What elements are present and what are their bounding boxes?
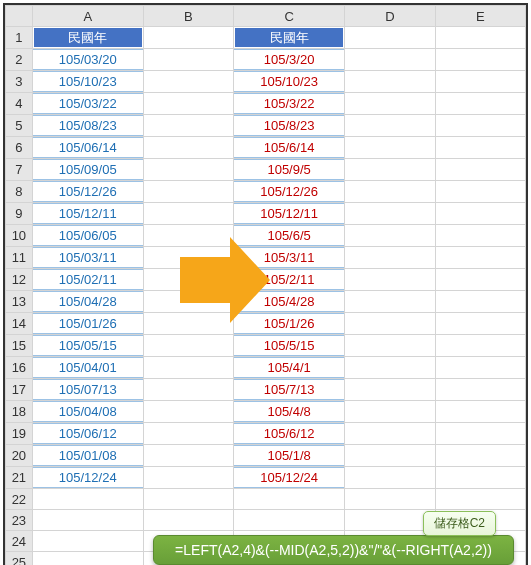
cell-E3[interactable] <box>435 71 525 93</box>
cell-A20[interactable]: 105/01/08 <box>32 445 143 467</box>
cell-E18[interactable] <box>435 401 525 423</box>
cell-D11[interactable] <box>345 247 435 269</box>
cell-B11[interactable] <box>143 247 233 269</box>
col-header-C[interactable]: C <box>234 6 345 27</box>
cell-E5[interactable] <box>435 115 525 137</box>
cell-D19[interactable] <box>345 423 435 445</box>
cell-A25[interactable] <box>32 552 143 566</box>
cell-C6[interactable]: 105/6/14 <box>234 137 345 159</box>
cell-C14[interactable]: 105/1/26 <box>234 313 345 335</box>
row-header[interactable]: 22 <box>6 489 33 510</box>
cell-D13[interactable] <box>345 291 435 313</box>
row-header[interactable]: 11 <box>6 247 33 269</box>
cell-B13[interactable] <box>143 291 233 313</box>
cell-D3[interactable] <box>345 71 435 93</box>
cell-C16[interactable]: 105/4/1 <box>234 357 345 379</box>
cell-B1[interactable] <box>143 27 233 49</box>
cell-D18[interactable] <box>345 401 435 423</box>
cell-E14[interactable] <box>435 313 525 335</box>
cell-B17[interactable] <box>143 379 233 401</box>
row-header[interactable]: 16 <box>6 357 33 379</box>
row-header[interactable]: 20 <box>6 445 33 467</box>
cell-D8[interactable] <box>345 181 435 203</box>
cell-B18[interactable] <box>143 401 233 423</box>
row-header[interactable]: 10 <box>6 225 33 247</box>
cell-E13[interactable] <box>435 291 525 313</box>
cell-A11[interactable]: 105/03/11 <box>32 247 143 269</box>
cell-D10[interactable] <box>345 225 435 247</box>
cell-D15[interactable] <box>345 335 435 357</box>
cell-B2[interactable] <box>143 49 233 71</box>
cell-B10[interactable] <box>143 225 233 247</box>
cell-A15[interactable]: 105/05/15 <box>32 335 143 357</box>
row-header[interactable]: 1 <box>6 27 33 49</box>
row-header[interactable]: 12 <box>6 269 33 291</box>
row-header[interactable]: 2 <box>6 49 33 71</box>
cell-C19[interactable]: 105/6/12 <box>234 423 345 445</box>
cell-E17[interactable] <box>435 379 525 401</box>
cell-E10[interactable] <box>435 225 525 247</box>
row-header[interactable]: 18 <box>6 401 33 423</box>
cell-A13[interactable]: 105/04/28 <box>32 291 143 313</box>
cell-A24[interactable] <box>32 531 143 552</box>
row-header[interactable]: 17 <box>6 379 33 401</box>
cell-E19[interactable] <box>435 423 525 445</box>
cell-B3[interactable] <box>143 71 233 93</box>
col-header-E[interactable]: E <box>435 6 525 27</box>
col-header-B[interactable]: B <box>143 6 233 27</box>
cell-A16[interactable]: 105/04/01 <box>32 357 143 379</box>
cell-C4[interactable]: 105/3/22 <box>234 93 345 115</box>
row-header[interactable]: 6 <box>6 137 33 159</box>
row-header[interactable]: 14 <box>6 313 33 335</box>
cell-E22[interactable] <box>435 489 525 510</box>
cell-D22[interactable] <box>345 489 435 510</box>
cell-A6[interactable]: 105/06/14 <box>32 137 143 159</box>
cell-E8[interactable] <box>435 181 525 203</box>
cell-A14[interactable]: 105/01/26 <box>32 313 143 335</box>
cell-B19[interactable] <box>143 423 233 445</box>
cell-B20[interactable] <box>143 445 233 467</box>
cell-A22[interactable] <box>32 489 143 510</box>
cell-A10[interactable]: 105/06/05 <box>32 225 143 247</box>
cell-A2[interactable]: 105/03/20 <box>32 49 143 71</box>
cell-E9[interactable] <box>435 203 525 225</box>
cell-B23[interactable] <box>143 510 233 531</box>
cell-C22[interactable] <box>234 489 345 510</box>
cell-C10[interactable]: 105/6/5 <box>234 225 345 247</box>
cell-A4[interactable]: 105/03/22 <box>32 93 143 115</box>
cell-C18[interactable]: 105/4/8 <box>234 401 345 423</box>
row-header[interactable]: 13 <box>6 291 33 313</box>
cell-C11[interactable]: 105/3/11 <box>234 247 345 269</box>
cell-C2[interactable]: 105/3/20 <box>234 49 345 71</box>
cell-E16[interactable] <box>435 357 525 379</box>
cell-C20[interactable]: 105/1/8 <box>234 445 345 467</box>
cell-E12[interactable] <box>435 269 525 291</box>
cell-B5[interactable] <box>143 115 233 137</box>
cell-C3[interactable]: 105/10/23 <box>234 71 345 93</box>
cell-D14[interactable] <box>345 313 435 335</box>
cell-E7[interactable] <box>435 159 525 181</box>
cell-A5[interactable]: 105/08/23 <box>32 115 143 137</box>
cell-C13[interactable]: 105/4/28 <box>234 291 345 313</box>
cell-C15[interactable]: 105/5/15 <box>234 335 345 357</box>
cell-C8[interactable]: 105/12/26 <box>234 181 345 203</box>
cell-C9[interactable]: 105/12/11 <box>234 203 345 225</box>
row-header[interactable]: 9 <box>6 203 33 225</box>
cell-A8[interactable]: 105/12/26 <box>32 181 143 203</box>
cell-A1[interactable]: 民國年 <box>32 27 143 49</box>
row-header[interactable]: 24 <box>6 531 33 552</box>
cell-D6[interactable] <box>345 137 435 159</box>
cell-A23[interactable] <box>32 510 143 531</box>
cell-A3[interactable]: 105/10/23 <box>32 71 143 93</box>
cell-D17[interactable] <box>345 379 435 401</box>
row-header[interactable]: 19 <box>6 423 33 445</box>
cell-E21[interactable] <box>435 467 525 489</box>
row-header[interactable]: 3 <box>6 71 33 93</box>
cell-B6[interactable] <box>143 137 233 159</box>
cell-E6[interactable] <box>435 137 525 159</box>
cell-E11[interactable] <box>435 247 525 269</box>
col-header-A[interactable]: A <box>32 6 143 27</box>
cell-E20[interactable] <box>435 445 525 467</box>
cell-D4[interactable] <box>345 93 435 115</box>
cell-B8[interactable] <box>143 181 233 203</box>
